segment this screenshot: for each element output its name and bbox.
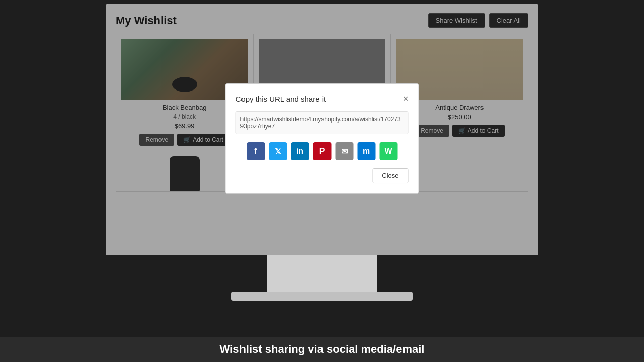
twitter-share-icon[interactable]: 𝕏 bbox=[269, 142, 287, 160]
email-share-icon[interactable]: ✉ bbox=[335, 142, 353, 160]
messenger-share-icon[interactable]: m bbox=[357, 142, 375, 160]
monitor-screen: My Wishlist Share Wishlist Clear All Bla… bbox=[106, 4, 538, 255]
social-icons-row: f 𝕏 in P ✉ m W bbox=[236, 142, 409, 160]
bottom-bar-label: Wishlist sharing via social media/email bbox=[220, 343, 425, 356]
pinterest-share-icon[interactable]: P bbox=[313, 142, 331, 160]
share-modal: Copy this URL and share it × https://sma… bbox=[225, 83, 419, 194]
linkedin-share-icon[interactable]: in bbox=[291, 142, 309, 160]
monitor-stand-base bbox=[231, 292, 413, 301]
wishlist-page: My Wishlist Share Wishlist Clear All Bla… bbox=[106, 4, 538, 255]
modal-footer: Close bbox=[236, 168, 409, 183]
modal-close-x-button[interactable]: × bbox=[403, 94, 409, 103]
whatsapp-share-icon[interactable]: W bbox=[379, 142, 397, 160]
modal-header: Copy this URL and share it × bbox=[236, 94, 409, 103]
bottom-bar: Wishlist sharing via social media/email bbox=[0, 337, 644, 362]
facebook-share-icon[interactable]: f bbox=[247, 142, 265, 160]
close-modal-button[interactable]: Close bbox=[372, 168, 408, 183]
monitor: My Wishlist Share Wishlist Clear All Bla… bbox=[0, 0, 644, 362]
modal-url-text[interactable]: https://smartwishlistdemo4.myshopify.com… bbox=[236, 111, 409, 134]
monitor-stand-neck bbox=[267, 255, 377, 296]
modal-title: Copy this URL and share it bbox=[236, 95, 326, 103]
